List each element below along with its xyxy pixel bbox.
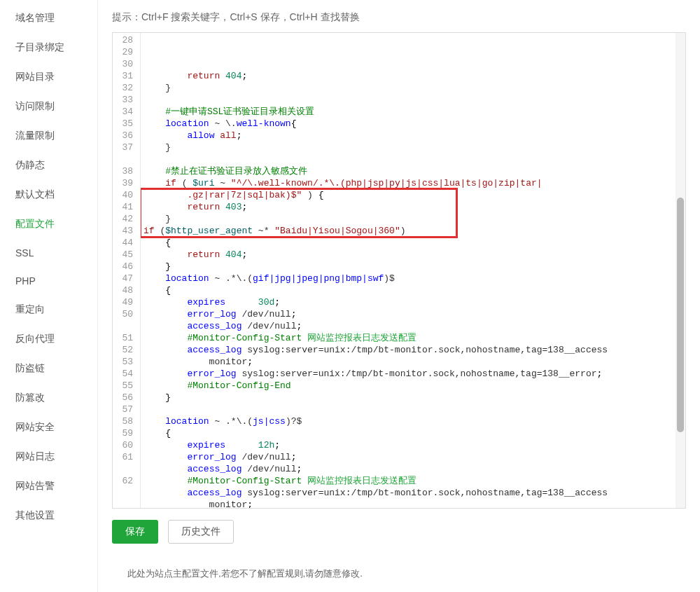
code-line-45[interactable]: { — [144, 284, 685, 296]
code-line-40[interactable]: if ($http_user_agent ~* "Baidu|Yisou|Sog… — [144, 225, 685, 237]
main-panel: 提示：Ctrl+F 搜索关键字，Ctrl+S 保存，Ctrl+H 查找替换 28… — [98, 0, 700, 592]
footnote-text: 此处为站点主配置文件,若您不了解配置规则,请勿随意修改. — [112, 551, 686, 580]
sidebar-item-16[interactable]: 网站告警 — [0, 471, 97, 501]
sidebar-item-0[interactable]: 域名管理 — [0, 4, 97, 33]
sidebar-item-6[interactable]: 默认文档 — [0, 180, 97, 209]
code-line-57[interactable]: expires 12h; — [144, 439, 685, 451]
scrollbar-thumb[interactable] — [677, 198, 684, 432]
code-line-30[interactable] — [144, 94, 685, 106]
code-line-36[interactable]: #禁止在证书验证目录放入敏感文件 — [144, 165, 685, 177]
sidebar: 域名管理子目录绑定网站目录访问限制流量限制伪静态默认文档配置文件SSLPHP重定… — [0, 0, 98, 592]
code-line-39[interactable]: } — [144, 213, 685, 225]
sidebar-item-12[interactable]: 防盗链 — [0, 354, 97, 383]
code-line-37[interactable]: if ( $uri ~ "^/\.well-known/.*\.(php|jsp… — [144, 177, 685, 189]
code-line-60[interactable]: #Monitor-Config-Start 网站监控报表日志发送配置 — [144, 475, 685, 487]
code-line-49[interactable]: #Monitor-Config-Start 网站监控报表日志发送配置 — [144, 332, 685, 344]
sidebar-item-7[interactable]: 配置文件 — [0, 209, 97, 239]
code-line-47[interactable]: error_log /dev/null; — [144, 308, 685, 320]
code-line-32[interactable]: location ~ \.well-known{ — [144, 118, 685, 130]
save-button[interactable]: 保存 — [112, 520, 158, 544]
code-line-31[interactable]: #一键申请SSL证书验证目录相关设置 — [144, 106, 685, 118]
sidebar-item-14[interactable]: 网站安全 — [0, 413, 97, 442]
code-line-34[interactable]: } — [144, 142, 685, 153]
sidebar-item-15[interactable]: 网站日志 — [0, 442, 97, 471]
config-editor[interactable]: 2829303132333435363738394041424344454647… — [112, 32, 686, 509]
sidebar-item-11[interactable]: 反向代理 — [0, 324, 97, 354]
code-line-53[interactable]: } — [144, 392, 685, 404]
sidebar-item-5[interactable]: 伪静态 — [0, 151, 97, 180]
code-line-48[interactable]: access_log /dev/null; — [144, 320, 685, 332]
code-line-61[interactable]: access_log syslog:server=unix:/tmp/bt-mo… — [144, 487, 685, 499]
code-line-33[interactable]: allow all; — [144, 130, 685, 142]
code-line-54[interactable] — [144, 404, 685, 415]
history-button[interactable]: 历史文件 — [168, 520, 234, 544]
code-line-42[interactable]: return 404; — [144, 249, 685, 261]
sidebar-item-3[interactable]: 访问限制 — [0, 92, 97, 121]
code-line-43[interactable]: } — [144, 261, 685, 273]
code-line-28[interactable]: return 404; — [144, 70, 685, 82]
code-line-46[interactable]: expires 30d; — [144, 296, 685, 308]
sidebar-item-1[interactable]: 子目录绑定 — [0, 33, 97, 62]
code-line-50-wrap[interactable]: monitor; — [144, 356, 685, 368]
code-line-41[interactable]: { — [144, 237, 685, 249]
editor-code[interactable]: return 404; } #一键申请SSL证书验证目录相关设置 locatio… — [141, 33, 685, 508]
sidebar-item-10[interactable]: 重定向 — [0, 295, 97, 324]
hint-text: 提示：Ctrl+F 搜索关键字，Ctrl+S 保存，Ctrl+H 查找替换 — [112, 7, 686, 32]
code-line-59[interactable]: access_log /dev/null; — [144, 463, 685, 475]
code-line-29[interactable]: } — [144, 82, 685, 94]
sidebar-item-8[interactable]: SSL — [0, 239, 97, 267]
code-line-37-wrap[interactable]: .gz|rar|7z|sql|bak)$" ) { — [144, 189, 685, 201]
code-line-52[interactable]: #Monitor-Config-End — [144, 380, 685, 392]
button-row: 保存 历史文件 — [112, 509, 686, 551]
code-line-55[interactable]: location ~ .*\.(js|css)?$ — [144, 415, 685, 427]
sidebar-item-2[interactable]: 网站目录 — [0, 62, 97, 92]
code-line-35[interactable] — [144, 153, 685, 165]
sidebar-item-4[interactable]: 流量限制 — [0, 121, 97, 151]
code-line-61-wrap[interactable]: monitor; — [144, 499, 685, 508]
code-line-50[interactable]: access_log syslog:server=unix:/tmp/bt-mo… — [144, 344, 685, 356]
code-line-58[interactable]: error_log /dev/null; — [144, 451, 685, 463]
sidebar-item-17[interactable]: 其他设置 — [0, 501, 97, 530]
editor-gutter: 2829303132333435363738394041424344454647… — [113, 33, 141, 508]
sidebar-item-13[interactable]: 防篡改 — [0, 383, 97, 413]
code-line-51[interactable]: error_log syslog:server=unix:/tmp/bt-mon… — [144, 368, 685, 380]
code-line-38[interactable]: return 403; — [144, 201, 685, 213]
code-line-56[interactable]: { — [144, 427, 685, 439]
scrollbar-track[interactable] — [676, 33, 685, 508]
code-line-44[interactable]: location ~ .*\.(gif|jpg|jpeg|png|bmp|swf… — [144, 273, 685, 284]
sidebar-item-9[interactable]: PHP — [0, 267, 97, 295]
